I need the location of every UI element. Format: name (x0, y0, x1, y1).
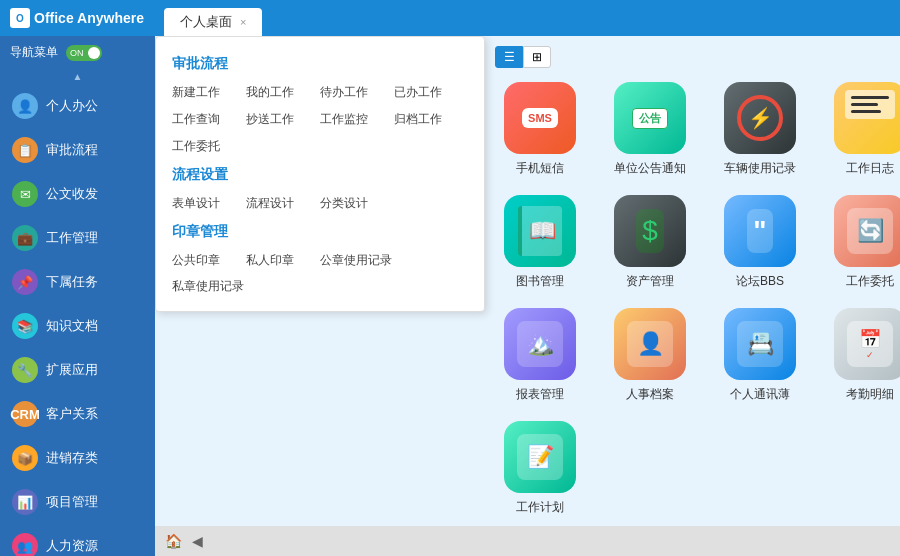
main-layout: 导航菜单 ON ▲ 👤 个人办公 📋 审批流程 ✉ 公文收发 💼 工作管理 📌 (0, 36, 900, 556)
dm-category-design[interactable]: 分类设计 (320, 192, 394, 215)
sidebar-label-extend: 扩展应用 (46, 361, 98, 379)
app-label-car: 车辆使用记录 (724, 160, 796, 177)
app-plan[interactable]: 📝 工作计划 (495, 421, 585, 516)
toggle-knob (88, 47, 100, 59)
app-icon-notes (834, 82, 900, 154)
knowledge-icon: 📚 (12, 313, 38, 339)
app-icon-plan: 📝 (504, 421, 576, 493)
sidebar-item-crm[interactable]: CRM 客户关系 (0, 392, 155, 436)
sidebar: 导航菜单 ON ▲ 👤 个人办公 📋 审批流程 ✉ 公文收发 💼 工作管理 📌 (0, 36, 155, 556)
dm-work-monitor[interactable]: 工作监控 (320, 108, 394, 131)
app-attendance[interactable]: 📅 ✓ 考勤明细 (825, 308, 900, 403)
notice-label: 公告 (632, 108, 668, 129)
app-car[interactable]: ⚡ 车辆使用记录 (715, 82, 805, 177)
project-icon: 📊 (12, 489, 38, 515)
flow-grid: 表单设计 流程设计 分类设计 (172, 192, 468, 215)
sidebar-label-personal: 个人办公 (46, 97, 98, 115)
app-icon-delegate: 🔄 (834, 195, 900, 267)
app-icon-notice: 公告 (614, 82, 686, 154)
grid-view-icon: ⊞ (532, 50, 542, 64)
dm-archive-work[interactable]: 归档工作 (394, 108, 468, 131)
list-view-icon: ☰ (504, 50, 515, 64)
nav-label: 导航菜单 (10, 44, 58, 61)
content-area: 审批流程 新建工作 我的工作 待办工作 已办工作 工作查询 抄送工作 工作监控 … (155, 36, 900, 556)
app-icon-contacts: 📇 (724, 308, 796, 380)
dm-delegate[interactable]: 工作委托 (172, 135, 246, 158)
sidebar-label-knowledge: 知识文档 (46, 317, 98, 335)
app-grid-area: ☰ ⊞ SMS 手机短信 公告 (495, 46, 890, 546)
dm-work-query[interactable]: 工作查询 (172, 108, 246, 131)
main-tab[interactable]: 个人桌面 × (164, 8, 262, 36)
app-icon-report: 🏔️ (504, 308, 576, 380)
dropdown-menu: 审批流程 新建工作 我的工作 待办工作 已办工作 工作查询 抄送工作 工作监控 … (155, 36, 485, 312)
dm-private-seal[interactable]: 私人印章 (246, 249, 320, 272)
sidebar-item-extend[interactable]: 🔧 扩展应用 (0, 348, 155, 392)
seal-grid: 公共印章 私人印章 公章使用记录 (172, 249, 468, 272)
app-contacts[interactable]: 📇 个人通讯薄 (715, 308, 805, 403)
nav-toggle-switch[interactable]: ON (66, 45, 102, 61)
grid-view-button[interactable]: ⊞ (523, 46, 551, 68)
view-toggle: ☰ ⊞ (495, 46, 890, 68)
bottom-home-icon[interactable]: 🏠 (165, 533, 182, 549)
tab-close-button[interactable]: × (240, 16, 246, 28)
app-label-plan: 工作计划 (516, 499, 564, 516)
sidebar-item-project[interactable]: 📊 项目管理 (0, 480, 155, 524)
logo-icon: O (10, 8, 30, 28)
nav-collapse-arrow[interactable]: ▲ (0, 69, 155, 84)
sidebar-item-hr[interactable]: 👥 人力资源 (0, 524, 155, 556)
app-delegate[interactable]: 🔄 工作委托 (825, 195, 900, 290)
app-label-hr-file: 人事档案 (626, 386, 674, 403)
extend-icon: 🔧 (12, 357, 38, 383)
dm-form-design[interactable]: 表单设计 (172, 192, 246, 215)
sidebar-label-crm: 客户关系 (46, 405, 98, 423)
car-gauge: ⚡ (737, 95, 783, 141)
section-title-flow: 流程设置 (172, 166, 468, 184)
app-notes[interactable]: 工作日志 (825, 82, 900, 177)
logo: O Office Anywhere (10, 8, 144, 28)
dm-pending-work[interactable]: 待办工作 (320, 81, 394, 104)
app-notice[interactable]: 公告 单位公告通知 (605, 82, 695, 177)
tab-label: 个人桌面 (180, 13, 232, 31)
app-icon-car: ⚡ (724, 82, 796, 154)
app-book[interactable]: 📖 图书管理 (495, 195, 585, 290)
dm-public-seal[interactable]: 公共印章 (172, 249, 246, 272)
topbar: O Office Anywhere 个人桌面 × (0, 0, 900, 36)
sidebar-item-mail[interactable]: ✉ 公文收发 (0, 172, 155, 216)
app-grid: SMS 手机短信 公告 单位公告通知 ⚡ 车辆使用记录 (495, 82, 890, 516)
inventory-icon: 📦 (12, 445, 38, 471)
dm-new-work[interactable]: 新建工作 (172, 81, 246, 104)
sidebar-item-inventory[interactable]: 📦 进销存类 (0, 436, 155, 480)
app-label-book: 图书管理 (516, 273, 564, 290)
dm-cc-work[interactable]: 抄送工作 (246, 108, 320, 131)
sidebar-item-task[interactable]: 💼 工作管理 (0, 216, 155, 260)
dm-private-seal-log[interactable]: 私章使用记录 (172, 276, 244, 296)
hr-icon: 👥 (12, 533, 38, 556)
app-hr-file[interactable]: 👤 人事档案 (605, 308, 695, 403)
sidebar-item-personal[interactable]: 👤 个人办公 (0, 84, 155, 128)
sidebar-label-subtask: 下属任务 (46, 273, 98, 291)
crm-icon: CRM (12, 401, 38, 427)
app-report[interactable]: 🏔️ 报表管理 (495, 308, 585, 403)
dm-done-work[interactable]: 已办工作 (394, 81, 468, 104)
app-icon-asset: $ (614, 195, 686, 267)
dm-seal-log[interactable]: 公章使用记录 (320, 249, 394, 272)
app-label-report: 报表管理 (516, 386, 564, 403)
bottom-bar: 🏠 ◀ (155, 526, 900, 556)
app-forum[interactable]: " 论坛BBS (715, 195, 805, 290)
sidebar-item-subtask[interactable]: 📌 下属任务 (0, 260, 155, 304)
sidebar-item-approval[interactable]: 📋 审批流程 (0, 128, 155, 172)
app-icon-attendance: 📅 ✓ (834, 308, 900, 380)
app-label-delegate: 工作委托 (846, 273, 894, 290)
dm-flow-design[interactable]: 流程设计 (246, 192, 320, 215)
sms-label: SMS (522, 108, 558, 128)
bottom-back-icon[interactable]: ◀ (192, 533, 203, 549)
list-view-button[interactable]: ☰ (495, 46, 523, 68)
sidebar-label-task: 工作管理 (46, 229, 98, 247)
app-asset[interactable]: $ 资产管理 (605, 195, 695, 290)
app-icon-book: 📖 (504, 195, 576, 267)
sidebar-item-knowledge[interactable]: 📚 知识文档 (0, 304, 155, 348)
app-sms[interactable]: SMS 手机短信 (495, 82, 585, 177)
dm-my-work[interactable]: 我的工作 (246, 81, 320, 104)
section-title-approval: 审批流程 (172, 55, 468, 73)
app-label-notice: 单位公告通知 (614, 160, 686, 177)
